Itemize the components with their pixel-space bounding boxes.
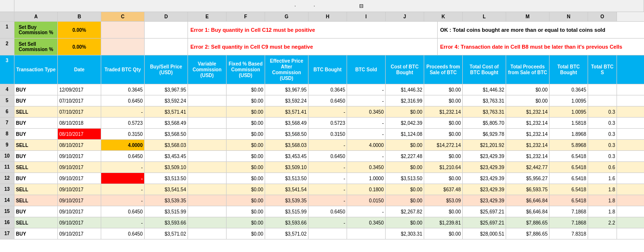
cell-k6[interactable]: $1,232.14 bbox=[424, 106, 463, 117]
cell-n15[interactable]: 7.1868 bbox=[550, 206, 588, 217]
cell-m16[interactable]: $7,886.65 bbox=[506, 217, 550, 228]
col-header-l[interactable]: L bbox=[463, 12, 506, 21]
cell-g17[interactable]: $3,571.02 bbox=[265, 228, 309, 239]
col-header-b[interactable]: B bbox=[58, 12, 101, 21]
cell-d14[interactable]: $3,539.35 bbox=[145, 195, 188, 206]
cell-c9[interactable]: 4.0000 bbox=[101, 140, 145, 150]
cell-i14[interactable]: 0.0150 bbox=[347, 195, 386, 206]
cell-d12[interactable]: $3,513.50 bbox=[145, 173, 188, 184]
cell-o6[interactable]: 0.3 bbox=[588, 106, 617, 117]
cell-f9[interactable]: $0.00 bbox=[227, 140, 265, 150]
cell-k16[interactable]: $1,239.81 bbox=[424, 217, 463, 228]
cell-k14[interactable]: $53.09 bbox=[424, 195, 463, 206]
cell-l13[interactable]: $23,429.39 bbox=[463, 184, 506, 195]
cell-n9[interactable]: 5.8968 bbox=[550, 140, 588, 150]
cell-c7[interactable]: 0.5723 bbox=[101, 118, 145, 128]
cell-n6[interactable]: 1.0095 bbox=[550, 106, 588, 117]
cell-b10[interactable]: 09/10/2017 bbox=[58, 151, 101, 161]
cell-a10[interactable]: BUY bbox=[14, 151, 58, 161]
cell-l6[interactable]: $3,763.31 bbox=[463, 106, 506, 117]
cell-o11[interactable]: 0.6 bbox=[588, 162, 617, 172]
cell-h15[interactable]: 0.6450 bbox=[309, 206, 347, 217]
cell-d15[interactable]: $3,515.99 bbox=[145, 206, 188, 217]
cell-h14[interactable]: - bbox=[309, 195, 347, 206]
cell-g4[interactable]: $3,967.95 bbox=[265, 84, 309, 95]
cell-i15[interactable]: - bbox=[347, 206, 386, 217]
cell-f4[interactable]: $0.00 bbox=[227, 84, 265, 95]
cell-i17[interactable] bbox=[347, 228, 386, 239]
cell-f16[interactable]: $0.00 bbox=[227, 217, 265, 228]
col-header-i[interactable]: I bbox=[347, 12, 386, 21]
cell-e6[interactable] bbox=[188, 106, 227, 117]
cell-l16[interactable]: $25,697.21 bbox=[463, 217, 506, 228]
cell-j14[interactable]: $0.00 bbox=[386, 195, 424, 206]
cell-m12[interactable]: $5,956.27 bbox=[506, 173, 550, 184]
cell-b14[interactable]: 09/10/2017 bbox=[58, 195, 101, 206]
cell-b5[interactable]: 07/10/2017 bbox=[58, 95, 101, 106]
cell-b8[interactable]: 08/10/2017 bbox=[58, 129, 101, 139]
col-header-n[interactable]: N bbox=[550, 12, 588, 21]
cell-a13[interactable]: SELL bbox=[14, 184, 58, 195]
cell-c8[interactable]: 0.3150 bbox=[101, 129, 145, 139]
cell-h7[interactable]: 0.5723 bbox=[309, 118, 347, 128]
cell-k7[interactable]: $0.00 bbox=[424, 118, 463, 128]
cell-b16[interactable]: 09/10/2017 bbox=[58, 217, 101, 228]
cell-g14[interactable]: $3,539.35 bbox=[265, 195, 309, 206]
cell-i13[interactable]: 0.1800 bbox=[347, 184, 386, 195]
cell-n10[interactable]: 6.5418 bbox=[550, 151, 588, 161]
cell-m9[interactable]: $1,232.14 bbox=[506, 140, 550, 150]
cell-l8[interactable]: $6,929.78 bbox=[463, 129, 506, 139]
cell-g12[interactable]: $3,513.50 bbox=[265, 173, 309, 184]
cell-f17[interactable]: $0.00 bbox=[227, 228, 265, 239]
cell-a9[interactable]: SELL bbox=[14, 140, 58, 150]
cell-f14[interactable]: $0.00 bbox=[227, 195, 265, 206]
cell-n4[interactable]: 0.3645 bbox=[550, 84, 588, 95]
cell-i12[interactable]: 1.0000 bbox=[347, 173, 386, 184]
cell-k10[interactable]: $0.00 bbox=[424, 151, 463, 161]
cell-f6[interactable]: $0.00 bbox=[227, 106, 265, 117]
cell-i7[interactable]: - bbox=[347, 118, 386, 128]
cell-d6[interactable]: $3,571.41 bbox=[145, 106, 188, 117]
cell-g10[interactable]: $3,453.45 bbox=[265, 151, 309, 161]
cell-a1[interactable]: Set BuyCommission % bbox=[14, 22, 58, 38]
cell-a4[interactable]: BUY bbox=[14, 84, 58, 95]
cell-f5[interactable]: $0.00 bbox=[227, 95, 265, 106]
cell-n8[interactable]: 1.8968 bbox=[550, 129, 588, 139]
cell-e11[interactable] bbox=[188, 162, 227, 172]
cell-g16[interactable]: $3,593.66 bbox=[265, 217, 309, 228]
cell-d16[interactable]: $3,593.66 bbox=[145, 217, 188, 228]
cell-h8[interactable]: 0.3150 bbox=[309, 129, 347, 139]
cell-m4[interactable]: $0.00 bbox=[506, 84, 550, 95]
cell-o13[interactable]: 1.8 bbox=[588, 184, 617, 195]
cell-e10[interactable] bbox=[188, 151, 227, 161]
col-header-j[interactable]: J bbox=[386, 12, 424, 21]
cell-o17[interactable] bbox=[588, 228, 617, 239]
cell-e12[interactable] bbox=[188, 173, 227, 184]
cell-j5[interactable]: $2,316.99 bbox=[386, 95, 424, 106]
cell-j7[interactable]: $2,042.39 bbox=[386, 118, 424, 128]
cell-g15[interactable]: $3,515.99 bbox=[265, 206, 309, 217]
cell-g5[interactable]: $3,592.24 bbox=[265, 95, 309, 106]
cell-b6[interactable]: 07/10/2017 bbox=[58, 106, 101, 117]
cell-d17[interactable]: $3,571.02 bbox=[145, 228, 188, 239]
cell-b1[interactable]: 0.00% bbox=[58, 22, 101, 38]
col-header-e[interactable]: E bbox=[188, 12, 227, 21]
cell-i10[interactable]: - bbox=[347, 151, 386, 161]
cell-n12[interactable]: 6.5418 bbox=[550, 173, 588, 184]
cell-d4[interactable]: $3,967.95 bbox=[145, 84, 188, 95]
cell-c4[interactable]: 0.3645 bbox=[101, 84, 145, 95]
cell-j11[interactable]: $0.00 bbox=[386, 162, 424, 172]
cell-d9[interactable]: $3,568.03 bbox=[145, 140, 188, 150]
col-header-f[interactable]: F bbox=[227, 12, 265, 21]
cell-e16[interactable] bbox=[188, 217, 227, 228]
cell-n11[interactable]: 6.5418 bbox=[550, 162, 588, 172]
cell-b12[interactable]: 09/10/2017 bbox=[58, 173, 101, 184]
cell-k15[interactable]: $0.00 bbox=[424, 206, 463, 217]
cell-k4[interactable]: $0.00 bbox=[424, 84, 463, 95]
cell-m8[interactable]: $1,232.14 bbox=[506, 129, 550, 139]
cell-j17[interactable]: $2,303.31 bbox=[386, 228, 424, 239]
cell-e8[interactable] bbox=[188, 129, 227, 139]
col-header-o[interactable]: O bbox=[588, 12, 617, 21]
cell-o16[interactable]: 2.2 bbox=[588, 217, 617, 228]
cell-a11[interactable]: SELL bbox=[14, 162, 58, 172]
